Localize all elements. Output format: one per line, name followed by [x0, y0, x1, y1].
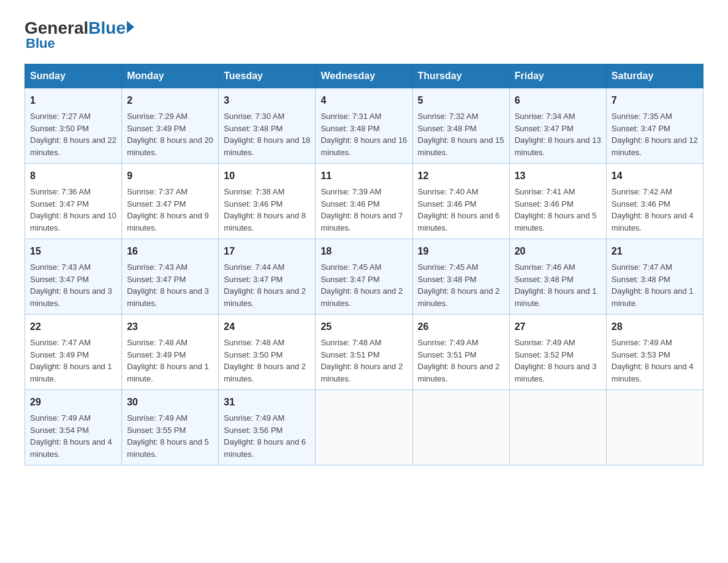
calendar-cell: 9Sunrise: 7:37 AMSunset: 3:47 PMDaylight… [122, 164, 219, 239]
day-number: 22 [30, 320, 116, 334]
calendar-cell: 25Sunrise: 7:48 AMSunset: 3:51 PMDayligh… [316, 315, 412, 390]
calendar-cell: 3Sunrise: 7:30 AMSunset: 3:48 PMDaylight… [219, 88, 316, 164]
column-header-tuesday: Tuesday [219, 64, 316, 88]
calendar-cell: 10Sunrise: 7:38 AMSunset: 3:46 PMDayligh… [219, 164, 316, 239]
calendar-cell: 13Sunrise: 7:41 AMSunset: 3:46 PMDayligh… [509, 164, 606, 239]
logo: General Blue Blue [25, 18, 134, 52]
calendar-cell: 24Sunrise: 7:48 AMSunset: 3:50 PMDayligh… [219, 315, 316, 390]
day-info: Sunrise: 7:44 AMSunset: 3:47 PMDaylight:… [224, 262, 306, 308]
day-number: 12 [418, 169, 504, 183]
column-header-friday: Friday [509, 64, 606, 88]
day-info: Sunrise: 7:39 AMSunset: 3:46 PMDaylight:… [320, 187, 403, 232]
day-number: 1 [30, 93, 116, 108]
day-number: 29 [30, 395, 116, 410]
day-number: 23 [127, 320, 213, 334]
day-number: 10 [224, 169, 310, 183]
calendar-cell: 31Sunrise: 7:49 AMSunset: 3:56 PMDayligh… [219, 390, 316, 465]
day-number: 15 [30, 244, 116, 259]
calendar-cell: 12Sunrise: 7:40 AMSunset: 3:46 PMDayligh… [412, 164, 509, 239]
day-info: Sunrise: 7:49 AMSunset: 3:54 PMDaylight:… [30, 413, 112, 459]
calendar-header-row: SundayMondayTuesdayWednesdayThursdayFrid… [25, 64, 703, 88]
day-info: Sunrise: 7:49 AMSunset: 3:55 PMDaylight:… [127, 413, 209, 459]
day-number: 30 [127, 395, 213, 410]
calendar-cell: 28Sunrise: 7:49 AMSunset: 3:53 PMDayligh… [606, 315, 703, 390]
day-number: 31 [224, 395, 310, 410]
day-number: 13 [515, 169, 601, 183]
calendar-cell: 5Sunrise: 7:32 AMSunset: 3:48 PMDaylight… [412, 88, 509, 164]
day-info: Sunrise: 7:49 AMSunset: 3:53 PMDaylight:… [612, 338, 694, 383]
calendar-cell [412, 390, 509, 465]
day-info: Sunrise: 7:32 AMSunset: 3:48 PMDaylight:… [418, 112, 504, 157]
calendar-cell: 27Sunrise: 7:49 AMSunset: 3:52 PMDayligh… [509, 315, 606, 390]
calendar-cell: 19Sunrise: 7:45 AMSunset: 3:48 PMDayligh… [412, 239, 509, 315]
day-info: Sunrise: 7:48 AMSunset: 3:51 PMDaylight:… [320, 338, 403, 383]
day-info: Sunrise: 7:45 AMSunset: 3:48 PMDaylight:… [418, 262, 500, 308]
calendar-week-row: 1Sunrise: 7:27 AMSunset: 3:50 PMDaylight… [25, 88, 703, 164]
calendar-cell: 26Sunrise: 7:49 AMSunset: 3:51 PMDayligh… [412, 315, 509, 390]
calendar-cell: 4Sunrise: 7:31 AMSunset: 3:48 PMDaylight… [316, 88, 412, 164]
day-info: Sunrise: 7:31 AMSunset: 3:48 PMDaylight:… [320, 112, 407, 157]
calendar-cell: 30Sunrise: 7:49 AMSunset: 3:55 PMDayligh… [122, 390, 219, 465]
day-number: 19 [418, 244, 504, 259]
day-info: Sunrise: 7:36 AMSunset: 3:47 PMDaylight:… [30, 187, 116, 232]
day-info: Sunrise: 7:49 AMSunset: 3:52 PMDaylight:… [515, 338, 597, 383]
calendar-table: SundayMondayTuesdayWednesdayThursdayFrid… [25, 64, 703, 465]
calendar-cell: 2Sunrise: 7:29 AMSunset: 3:49 PMDaylight… [122, 88, 219, 164]
day-number: 2 [127, 93, 213, 108]
column-header-saturday: Saturday [606, 64, 703, 88]
day-number: 8 [30, 169, 116, 183]
calendar-week-row: 8Sunrise: 7:36 AMSunset: 3:47 PMDaylight… [25, 164, 703, 239]
calendar-week-row: 22Sunrise: 7:47 AMSunset: 3:49 PMDayligh… [25, 315, 703, 390]
day-info: Sunrise: 7:41 AMSunset: 3:46 PMDaylight:… [515, 187, 597, 232]
day-info: Sunrise: 7:30 AMSunset: 3:48 PMDaylight:… [224, 112, 310, 157]
day-info: Sunrise: 7:49 AMSunset: 3:51 PMDaylight:… [418, 338, 500, 383]
day-number: 5 [418, 93, 504, 108]
day-number: 20 [515, 244, 601, 259]
day-info: Sunrise: 7:35 AMSunset: 3:47 PMDaylight:… [612, 112, 698, 157]
calendar-cell: 22Sunrise: 7:47 AMSunset: 3:49 PMDayligh… [25, 315, 122, 390]
day-info: Sunrise: 7:48 AMSunset: 3:50 PMDaylight:… [224, 338, 306, 383]
calendar-cell: 17Sunrise: 7:44 AMSunset: 3:47 PMDayligh… [219, 239, 316, 315]
day-number: 6 [515, 93, 601, 108]
calendar-cell: 15Sunrise: 7:43 AMSunset: 3:47 PMDayligh… [25, 239, 122, 315]
day-number: 11 [320, 169, 407, 183]
day-number: 24 [224, 320, 310, 334]
day-info: Sunrise: 7:49 AMSunset: 3:56 PMDaylight:… [224, 413, 306, 459]
calendar-cell: 8Sunrise: 7:36 AMSunset: 3:47 PMDaylight… [25, 164, 122, 239]
calendar-cell: 21Sunrise: 7:47 AMSunset: 3:48 PMDayligh… [606, 239, 703, 315]
column-header-monday: Monday [122, 64, 219, 88]
calendar-cell [509, 390, 606, 465]
logo-blue: Blue [88, 18, 126, 38]
day-info: Sunrise: 7:47 AMSunset: 3:49 PMDaylight:… [30, 338, 112, 383]
calendar-cell: 11Sunrise: 7:39 AMSunset: 3:46 PMDayligh… [316, 164, 412, 239]
calendar-cell: 6Sunrise: 7:34 AMSunset: 3:47 PMDaylight… [509, 88, 606, 164]
column-header-sunday: Sunday [25, 64, 122, 88]
calendar-cell: 18Sunrise: 7:45 AMSunset: 3:47 PMDayligh… [316, 239, 412, 315]
calendar-cell: 14Sunrise: 7:42 AMSunset: 3:46 PMDayligh… [606, 164, 703, 239]
day-info: Sunrise: 7:47 AMSunset: 3:48 PMDaylight:… [612, 262, 694, 308]
day-number: 27 [515, 320, 601, 334]
day-info: Sunrise: 7:38 AMSunset: 3:46 PMDaylight:… [224, 187, 306, 232]
page-header: General Blue Blue [25, 18, 703, 52]
day-number: 26 [418, 320, 504, 334]
calendar-cell: 1Sunrise: 7:27 AMSunset: 3:50 PMDaylight… [25, 88, 122, 164]
day-info: Sunrise: 7:40 AMSunset: 3:46 PMDaylight:… [418, 187, 500, 232]
day-info: Sunrise: 7:29 AMSunset: 3:49 PMDaylight:… [127, 112, 213, 157]
calendar-cell: 7Sunrise: 7:35 AMSunset: 3:47 PMDaylight… [606, 88, 703, 164]
day-number: 9 [127, 169, 213, 183]
calendar-cell: 16Sunrise: 7:43 AMSunset: 3:47 PMDayligh… [122, 239, 219, 315]
calendar-cell: 23Sunrise: 7:48 AMSunset: 3:49 PMDayligh… [122, 315, 219, 390]
column-header-thursday: Thursday [412, 64, 509, 88]
calendar-week-row: 29Sunrise: 7:49 AMSunset: 3:54 PMDayligh… [25, 390, 703, 465]
day-number: 25 [320, 320, 407, 334]
day-info: Sunrise: 7:45 AMSunset: 3:47 PMDaylight:… [320, 262, 403, 308]
day-info: Sunrise: 7:48 AMSunset: 3:49 PMDaylight:… [127, 338, 209, 383]
day-info: Sunrise: 7:43 AMSunset: 3:47 PMDaylight:… [127, 262, 209, 308]
day-number: 28 [612, 320, 698, 334]
logo-arrow-icon [127, 21, 134, 33]
day-info: Sunrise: 7:43 AMSunset: 3:47 PMDaylight:… [30, 262, 112, 308]
day-info: Sunrise: 7:37 AMSunset: 3:47 PMDaylight:… [127, 187, 209, 232]
calendar-cell: 20Sunrise: 7:46 AMSunset: 3:48 PMDayligh… [509, 239, 606, 315]
day-number: 18 [320, 244, 407, 259]
column-header-wednesday: Wednesday [316, 64, 412, 88]
